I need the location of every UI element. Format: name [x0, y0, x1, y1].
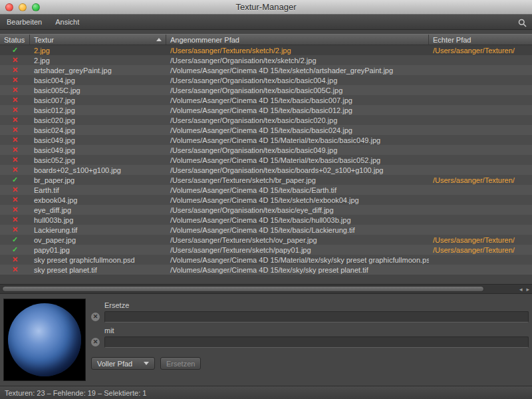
clear-search-icon[interactable]: ✕: [91, 313, 100, 321]
texture-name: basic020.jpg: [30, 116, 166, 124]
assumed-path: /Volumes/Asanger/Cinema 4D 15/tex/sketch…: [166, 66, 429, 74]
assumed-path: /Volumes/Asanger/Cinema 4D 15/Material/t…: [166, 156, 429, 164]
status-icon: ✕: [12, 186, 18, 194]
ersetzen-button[interactable]: Ersetzen: [160, 357, 201, 370]
table-row[interactable]: ✕ basic004.jpg /Users/asanger/Organisati…: [0, 75, 532, 85]
texture-name: basic007.jpg: [30, 96, 166, 104]
table-row[interactable]: ✕ basic024.jpg /Volumes/Asanger/Cinema 4…: [0, 125, 532, 135]
scroll-right-icon[interactable]: ▸: [526, 285, 529, 293]
assumed-path: /Users/asanger/Organisation/tex/basic/bo…: [166, 166, 429, 174]
table-row[interactable]: ✕ Earth.tif /Volumes/Asanger/Cinema 4D 1…: [0, 185, 532, 195]
scrollbar-thumb[interactable]: [2, 286, 484, 292]
search-path-input[interactable]: [104, 311, 529, 323]
status-icon: ✕: [12, 196, 18, 203]
texture-name: basic012.jpg: [30, 106, 166, 114]
status-icon: ✕: [12, 146, 18, 154]
horizontal-scrollbar[interactable]: ◂ ▸: [0, 284, 532, 294]
table-header: Status Textur Angenommener Pfad Echter P…: [0, 34, 532, 45]
titlebar: Textur-Manager: [0, 0, 532, 15]
table-row[interactable]: ✕ basic049.jpg /Users/asanger/Organisati…: [0, 145, 532, 155]
table-row[interactable]: ✕ basic007.jpg /Volumes/Asanger/Cinema 4…: [0, 95, 532, 105]
status-icon: ✕: [12, 106, 18, 114]
texture-name: ov_paper.jpg: [30, 236, 166, 244]
menu-ansicht[interactable]: Ansicht: [55, 18, 79, 26]
replace-path-input[interactable]: [104, 336, 529, 348]
minimize-button[interactable]: [19, 3, 27, 11]
status-icon: ✕: [12, 166, 18, 174]
status-icon: ✕: [12, 76, 18, 84]
table-row[interactable]: ✕ sky preset graphicfullmoon.psd /Volume…: [0, 255, 532, 265]
table-row[interactable]: ✕ basic020.jpg /Users/asanger/Organisati…: [0, 115, 532, 125]
texture-name: sky preset graphicfullmoon.psd: [30, 256, 166, 264]
clear-replace-icon[interactable]: ✕: [91, 338, 100, 346]
table-row[interactable]: ✓ br_paper.jpg /Users/asanger/Texturen/s…: [0, 175, 532, 185]
texture-name: basic005C.jpg: [30, 86, 166, 94]
path-mode-dropdown[interactable]: Voller Pfad: [91, 357, 155, 370]
status-icon: ✕: [12, 215, 18, 223]
assumed-path: /Users/asanger/Texturen/sketch/ov_paper.…: [166, 236, 429, 244]
texture-name: sky preset planet.tif: [30, 266, 166, 274]
table-row[interactable]: ✓ 2.jpg /Users/asanger/Texturen/sketch/2…: [0, 45, 532, 55]
texture-name: basic049.jpg: [30, 136, 166, 144]
assumed-path: /Volumes/Asanger/Cinema 4D 15/tex/basic/…: [166, 216, 429, 224]
status-icon: ✕: [12, 86, 18, 94]
assumed-path: /Volumes/Asanger/Cinema 4D 15/Material/t…: [166, 136, 429, 144]
status-icon: ✓: [12, 245, 18, 253]
texture-table: Status Textur Angenommener Pfad Echter P…: [0, 34, 532, 284]
zoom-button[interactable]: [32, 3, 40, 11]
column-header-angenommener-pfad[interactable]: Angenommener Pfad: [166, 35, 429, 45]
assumed-path: /Users/asanger/Organisation/tex/basic/ba…: [166, 86, 429, 94]
assumed-path: /Users/asanger/Organisation/tex/basic/ey…: [166, 206, 429, 214]
texture-name: boards+02_s100+g100.jpg: [30, 166, 166, 174]
table-row[interactable]: ✕ exbook04.jpg /Volumes/Asanger/Cinema 4…: [0, 195, 532, 205]
menu-bearbeiten[interactable]: Bearbeiten: [7, 18, 42, 26]
table-row[interactable]: ✕ artshader_greyPaint.jpg /Volumes/Asang…: [0, 65, 532, 75]
assumed-path: /Volumes/Asanger/Cinema 4D 15/tex/sky/sk…: [166, 266, 429, 274]
column-header-textur[interactable]: Textur: [30, 35, 166, 45]
menubar: Bearbeiten Ansicht: [0, 15, 532, 30]
table-row[interactable]: ✕ eye_diff.jpg /Users/asanger/Organisati…: [0, 205, 532, 215]
status-icon: ✕: [12, 56, 18, 64]
status-icon: ✕: [12, 205, 18, 213]
table-row[interactable]: ✕ sky preset planet.tif /Volumes/Asanger…: [0, 265, 532, 275]
status-icon: ✕: [12, 225, 18, 233]
table-row[interactable]: ✕ Lackierung.tif /Volumes/Asanger/Cinema…: [0, 225, 532, 235]
status-icon: ✓: [12, 46, 18, 54]
table-row[interactable]: ✕ hull003b.jpg /Volumes/Asanger/Cinema 4…: [0, 215, 532, 225]
table-row[interactable]: ✓ papy01.jpg /Users/asanger/Texturen/ske…: [0, 245, 532, 255]
table-row[interactable]: ✓ ov_paper.jpg /Users/asanger/Texturen/s…: [0, 235, 532, 245]
window-controls: [5, 3, 40, 11]
texture-name: eye_diff.jpg: [30, 206, 166, 214]
texture-name: artshader_greyPaint.jpg: [30, 66, 166, 74]
column-header-echter-pfad[interactable]: Echter Pfad: [429, 35, 532, 45]
real-path: /Users/asanger/Texturen/: [429, 246, 532, 254]
column-header-textur-label: Textur: [34, 36, 54, 44]
texture-name: papy01.jpg: [30, 246, 166, 254]
table-row[interactable]: ✕ basic012.jpg /Volumes/Asanger/Cinema 4…: [0, 105, 532, 115]
table-body: ✓ 2.jpg /Users/asanger/Texturen/sketch/2…: [0, 45, 532, 275]
status-icon: ✕: [12, 116, 18, 124]
column-header-status[interactable]: Status: [0, 35, 30, 45]
table-row[interactable]: ✕ basic005C.jpg /Users/asanger/Organisat…: [0, 85, 532, 95]
table-row[interactable]: ✕ basic052.jpg /Volumes/Asanger/Cinema 4…: [0, 155, 532, 165]
assumed-path: /Volumes/Asanger/Cinema 4D 15/tex/basic/…: [166, 126, 429, 134]
texture-name: basic024.jpg: [30, 126, 166, 134]
table-row[interactable]: ✕ 2.jpg /Users/asanger/Organisation/tex/…: [0, 55, 532, 65]
assumed-path: /Volumes/Asanger/Cinema 4D 15/tex/sketch…: [166, 196, 429, 204]
scroll-left-icon[interactable]: ◂: [519, 285, 523, 293]
real-path: /Users/asanger/Texturen/: [429, 47, 532, 55]
table-row[interactable]: ✕ basic049.jpg /Volumes/Asanger/Cinema 4…: [0, 135, 532, 145]
search-icon[interactable]: [518, 18, 527, 30]
close-button[interactable]: [5, 3, 13, 11]
texture-name: basic052.jpg: [30, 156, 166, 164]
table-row[interactable]: ✕ boards+02_s100+g100.jpg /Users/asanger…: [0, 165, 532, 175]
assumed-path: /Users/asanger/Texturen/sketch/papy01.jp…: [166, 246, 429, 254]
assumed-path: /Users/asanger/Organisation/tex/sketch/2…: [166, 57, 429, 65]
texture-name: br_paper.jpg: [30, 176, 166, 184]
window-title: Textur-Manager: [0, 2, 532, 12]
texture-name: 2.jpg: [30, 47, 166, 55]
scrollbar-arrows: ◂ ▸: [519, 285, 529, 293]
assumed-path: /Users/asanger/Organisation/tex/basic/ba…: [166, 116, 429, 124]
texture-preview: [3, 299, 86, 381]
status-icon: ✕: [12, 126, 18, 134]
